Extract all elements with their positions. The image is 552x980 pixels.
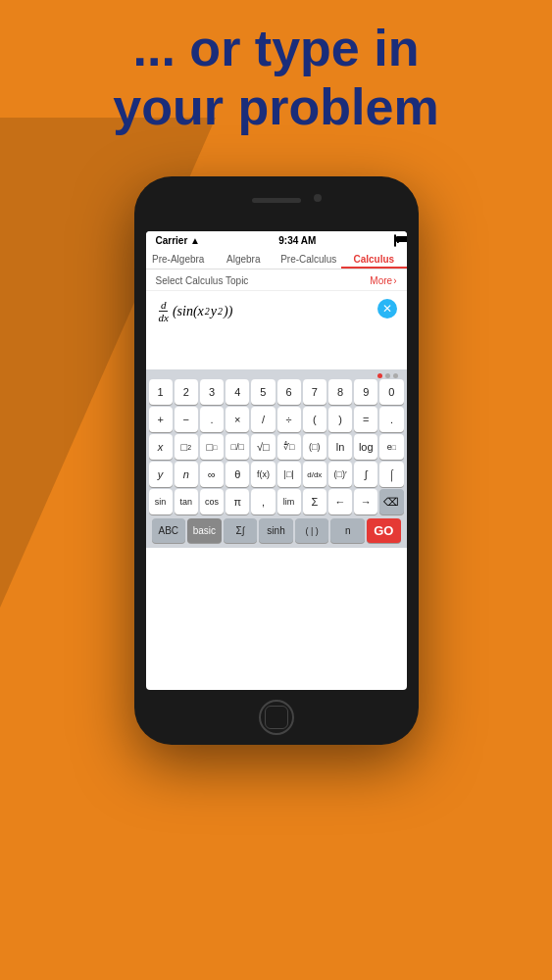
headline-line1: ... or type in (133, 20, 420, 76)
headline-line2: your problem (113, 78, 438, 135)
derivative-fraction: d dx (157, 299, 171, 323)
key-lim[interactable]: lim (277, 489, 301, 514)
key-left-arrow[interactable]: ← (328, 489, 352, 514)
key-minus[interactable]: − (175, 407, 198, 432)
battery-indicator (394, 235, 396, 246)
key-equals[interactable]: = (354, 407, 377, 432)
key-comma[interactable]: , (251, 489, 275, 514)
key-fraction[interactable]: □/□ (226, 434, 249, 460)
math-expression: d dx (sin(x2 y2 )) (156, 299, 233, 323)
tab-algebra[interactable]: Algebra (211, 248, 276, 269)
key-3[interactable]: 3 (200, 379, 224, 405)
key-0[interactable]: 0 (379, 379, 403, 405)
key-n[interactable]: n (175, 462, 198, 487)
key-abc[interactable]: ABC (152, 518, 186, 543)
key-4[interactable]: 4 (226, 379, 249, 405)
battery-fill (396, 236, 406, 242)
key-backspace[interactable]: ⌫ (379, 489, 403, 514)
key-6[interactable]: 6 (277, 379, 301, 405)
key-rparen[interactable]: ) (328, 407, 352, 432)
key-x[interactable]: x (149, 434, 173, 460)
key-deriv[interactable]: d/dx (303, 462, 326, 487)
key-sinh[interactable]: sinh (259, 518, 293, 543)
key-y[interactable]: y (149, 462, 173, 487)
key-matrix[interactable]: ( | ) (295, 518, 329, 543)
more-chevron-icon: › (393, 275, 396, 286)
key-5[interactable]: 5 (251, 379, 275, 405)
tab-bar: Pre-Algebra Algebra Pre-Calculus Calculu… (146, 248, 407, 270)
operator-row: + − . × / ÷ ( ) = . (149, 407, 404, 432)
more-button[interactable]: More › (370, 275, 396, 286)
math-row: x □2 □□ □/□ √□ ∜□ (□) ln log e□ (149, 434, 404, 460)
topic-bar: Select Calculus Topic More › (146, 270, 407, 291)
key-2[interactable]: 2 (175, 379, 198, 405)
phone-speaker (252, 198, 301, 203)
key-exp[interactable]: e□ (379, 434, 403, 460)
key-basic[interactable]: basic (187, 518, 222, 543)
more-label: More (370, 275, 392, 286)
dot-3 (393, 373, 398, 378)
key-plus[interactable]: + (149, 407, 173, 432)
clear-icon: ✕ (382, 302, 392, 316)
scroll-dots (149, 371, 404, 379)
tab-pre-calculus[interactable]: Pre-Calculus (276, 248, 342, 269)
key-slash[interactable]: / (251, 407, 275, 432)
key-sin[interactable]: sin (149, 489, 173, 514)
carrier-label: Carrier ▲ (156, 235, 201, 246)
key-pi[interactable]: π (226, 489, 249, 514)
key-right-arrow[interactable]: → (354, 489, 377, 514)
wifi-icon: ▲ (190, 235, 200, 246)
key-lparen[interactable]: ( (303, 407, 326, 432)
key-abs[interactable]: |□| (277, 462, 301, 487)
function-row: y n ∞ θ f(x) |□| d/dx (□)′ ∫ ⌠ (149, 462, 404, 487)
key-ln[interactable]: ln (328, 434, 352, 460)
clear-button[interactable]: ✕ (377, 299, 397, 318)
key-theta[interactable]: θ (226, 462, 249, 487)
keyboard: 1 2 3 4 5 6 7 8 9 0 + − . × / ÷ ( ) (146, 369, 407, 548)
key-integral[interactable]: ∫ (354, 462, 377, 487)
input-area[interactable]: d dx (sin(x2 y2 )) ✕ (146, 291, 407, 369)
tab-calculus[interactable]: Calculus (341, 248, 407, 269)
key-log[interactable]: log (354, 434, 377, 460)
key-sigma[interactable]: Σ (303, 489, 326, 514)
key-prime[interactable]: (□)′ (328, 462, 352, 487)
key-dot[interactable]: . (200, 407, 224, 432)
headline: ... or type in your problem (0, 20, 552, 137)
status-bar: Carrier ▲ 9:34 AM (146, 231, 407, 248)
key-fx[interactable]: f(x) (251, 462, 275, 487)
battery-icon (394, 234, 396, 247)
dot-2 (385, 373, 390, 378)
phone-home-button[interactable] (259, 700, 294, 735)
phone-frame: Carrier ▲ 9:34 AM Pre-Algebra Algebra Pr… (134, 176, 419, 745)
key-1[interactable]: 1 (149, 379, 173, 405)
trig-row: sin tan cos π , lim Σ ← → ⌫ (149, 489, 404, 514)
key-times[interactable]: × (226, 407, 249, 432)
topic-label: Select Calculus Topic (156, 275, 249, 286)
key-power[interactable]: □□ (200, 434, 224, 460)
key-go[interactable]: GO (367, 518, 401, 543)
tab-pre-algebra[interactable]: Pre-Algebra (146, 248, 212, 269)
key-sqrt[interactable]: √□ (251, 434, 275, 460)
key-defint[interactable]: ⌠ (379, 462, 403, 487)
key-square[interactable]: □2 (175, 434, 198, 460)
key-8[interactable]: 8 (328, 379, 352, 405)
key-9[interactable]: 9 (354, 379, 377, 405)
key-7[interactable]: 7 (303, 379, 326, 405)
carrier-text: Carrier (156, 235, 188, 246)
phone-home-icon (265, 706, 288, 729)
key-sigma-integral[interactable]: Σ∫ (224, 518, 258, 543)
key-nthroot[interactable]: ∜□ (277, 434, 301, 460)
number-row: 1 2 3 4 5 6 7 8 9 0 (149, 379, 404, 405)
phone-camera (314, 194, 322, 202)
key-tan[interactable]: tan (175, 489, 198, 514)
dot-1 (377, 373, 382, 378)
phone-screen: Carrier ▲ 9:34 AM Pre-Algebra Algebra Pr… (146, 231, 407, 690)
key-divide[interactable]: ÷ (277, 407, 301, 432)
key-cos[interactable]: cos (200, 489, 224, 514)
bottom-row: ABC basic Σ∫ sinh ( | ) n GO (149, 516, 404, 546)
key-parens[interactable]: (□) (303, 434, 326, 460)
key-n2[interactable]: n (330, 518, 365, 543)
key-decimal[interactable]: . (379, 407, 403, 432)
time-display: 9:34 AM (278, 235, 316, 246)
key-infinity[interactable]: ∞ (200, 462, 224, 487)
